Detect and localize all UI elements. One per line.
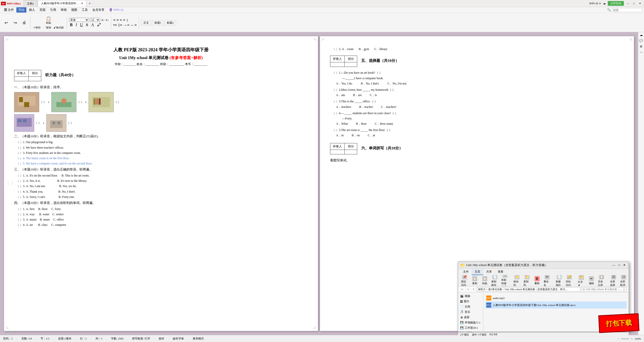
font-family-select[interactable]: 宋体 bbox=[69, 18, 89, 22]
menu-file[interactable]: ☰ 文件 bbox=[2, 7, 16, 13]
address-bar[interactable]: 有听力 > 第1单元试卷 > Unit 1My school 单元测试卷（含答案… bbox=[477, 287, 580, 292]
justify-button[interactable]: ≡ bbox=[123, 18, 125, 22]
separator3 bbox=[111, 16, 111, 29]
fe-copy-path-button[interactable]: 📄 复制路径 bbox=[490, 275, 499, 286]
nav-back-button[interactable]: ← bbox=[460, 287, 465, 292]
menu-member[interactable]: 会员专享 bbox=[90, 7, 106, 13]
fe-tab-file[interactable]: 文件 bbox=[460, 269, 472, 275]
align-center-button[interactable]: ≡ bbox=[116, 18, 119, 22]
fe-copy-button[interactable]: 📋 复制 bbox=[470, 276, 479, 286]
fe-paste-button[interactable]: 📋 粘贴 bbox=[480, 276, 489, 286]
fe-deselect-button[interactable]: ☐ 全部取消 bbox=[619, 275, 628, 286]
sidebar-cloud-icon[interactable]: ☁ bbox=[640, 33, 643, 37]
copy-button[interactable]: 📄复制 bbox=[42, 25, 52, 30]
font-color-button[interactable]: A bbox=[90, 22, 95, 27]
download-badge[interactable]: 打包下载 bbox=[598, 313, 639, 333]
sidebar-images[interactable]: 🖼 图片 bbox=[459, 299, 482, 304]
tab-document1[interactable]: 文档1 bbox=[24, 0, 37, 7]
highlight-button[interactable]: 🖍 bbox=[96, 22, 102, 27]
settings-info: 设置:2厘米 bbox=[58, 337, 71, 340]
redo-button[interactable]: ↪ bbox=[11, 15, 19, 30]
numbered-list-button[interactable]: 1≡ bbox=[118, 23, 122, 27]
menu-view[interactable]: 视图 bbox=[69, 7, 79, 13]
bullet-list-button[interactable]: •≡ bbox=[113, 23, 117, 27]
fe-move-button[interactable]: 📁 移动到 bbox=[512, 275, 521, 286]
fe-new-item-button[interactable]: 📄 新建项目 bbox=[555, 275, 564, 286]
fe-tab-home[interactable]: 主页 bbox=[472, 269, 483, 275]
tab-document2[interactable]: 人教PEP版学年小学英语四年… ✕ bbox=[38, 0, 86, 7]
mp3-icon: MP3 bbox=[486, 295, 491, 301]
style-h1[interactable]: 标题1 bbox=[152, 20, 164, 25]
undo-button[interactable]: ↩ bbox=[2, 15, 10, 30]
menu-reference[interactable]: 引用 bbox=[48, 7, 58, 13]
cloud-save-button[interactable]: ☁ bbox=[603, 2, 606, 5]
fe-edit-button[interactable]: ✏ 编辑 bbox=[587, 276, 596, 286]
menu-start[interactable]: 开始 bbox=[16, 7, 26, 13]
format-brush-button[interactable]: 🖌格式刷 bbox=[53, 25, 65, 30]
sidebar-documents[interactable]: 📄 文档 bbox=[459, 304, 482, 309]
menu-review[interactable]: 审阅 bbox=[59, 7, 69, 13]
close-tab-icon[interactable]: ✕ bbox=[81, 2, 83, 5]
fe-paste-shortcut-button[interactable]: 📎 粘贴快捷方式 bbox=[500, 275, 509, 286]
file-docx[interactable]: DOCX 人教PEP版学年小学英语四年级下册Unit 1My school 单元… bbox=[485, 302, 627, 309]
increase-font-button[interactable]: A↑ bbox=[101, 18, 104, 21]
fe-tab-share[interactable]: 共享 bbox=[483, 269, 495, 275]
sidebar-drive-d[interactable]: 💾 工作室(D:) bbox=[459, 325, 482, 330]
sidebar-desktop[interactable]: 🖥 桌面 bbox=[459, 315, 482, 320]
underline-button[interactable]: U bbox=[79, 22, 84, 27]
fe-maximize-button[interactable]: □ bbox=[617, 263, 621, 267]
strikethrough-button[interactable]: S bbox=[85, 22, 89, 27]
italic-button[interactable]: I bbox=[75, 22, 78, 27]
search-input[interactable] bbox=[612, 8, 642, 12]
fe-easy-access-button[interactable]: 🔑 经松访问 bbox=[565, 275, 574, 286]
sidebar-video[interactable]: 🎬 视频 bbox=[459, 293, 482, 299]
close-button[interactable]: ✕ bbox=[638, 2, 642, 6]
fe-select-all-button[interactable]: ☑ 全部选择 bbox=[609, 275, 618, 286]
fe-open-button[interactable]: 📂 打开 ▼ bbox=[577, 275, 586, 286]
font-size-select[interactable]: 11 bbox=[90, 18, 100, 22]
sidebar-settings-icon[interactable]: ⚙ bbox=[640, 45, 642, 49]
style-normal[interactable]: 正文 bbox=[141, 20, 151, 25]
sidebar-drive-e[interactable]: 💾 小硬盘(E:) bbox=[459, 330, 482, 332]
sidebar-expand-icon[interactable]: ⋯ bbox=[640, 51, 643, 54]
fe-minimize-button[interactable]: — bbox=[611, 263, 616, 267]
wps-ai-button[interactable]: WPS AI ∨ bbox=[589, 2, 601, 5]
align-left-button[interactable]: ≡ bbox=[113, 18, 115, 22]
outdent-button[interactable]: ←≡ bbox=[131, 23, 137, 27]
cut-button[interactable]: ✂剪切 bbox=[32, 25, 42, 30]
new-tab-button[interactable]: + bbox=[87, 1, 93, 6]
menu-page[interactable]: 页面 bbox=[37, 7, 48, 13]
minimize-button[interactable]: — bbox=[626, 2, 630, 6]
fe-delete-button[interactable]: 🗑 删除 bbox=[533, 276, 542, 286]
sidebar-comment-icon[interactable]: 💬 bbox=[639, 39, 643, 43]
decrease-font-button[interactable]: A↓ bbox=[105, 18, 109, 21]
sidebar-music[interactable]: 🎵 音乐 bbox=[459, 309, 482, 315]
style-h2[interactable]: 标题2 bbox=[165, 20, 176, 25]
nav-up-button[interactable]: ↑ bbox=[471, 287, 476, 292]
zoom-slider[interactable]: ──── bbox=[621, 337, 629, 340]
line-spacing-button[interactable]: ↕ bbox=[126, 18, 128, 22]
nav-forward-button[interactable]: → bbox=[466, 287, 470, 292]
register-button[interactable]: 立即登录 bbox=[608, 1, 624, 6]
menu-tools[interactable]: 工具 bbox=[80, 7, 90, 13]
zoom-in-button[interactable]: + bbox=[631, 337, 633, 340]
fe-rename-button[interactable]: ✏ 重命名 bbox=[543, 275, 552, 286]
fe-pin-button[interactable]: 📌 固定访问 bbox=[460, 275, 469, 286]
sidebar-drive-c[interactable]: 💾 本地磁盘(C:) bbox=[459, 320, 482, 325]
align-right-button[interactable]: ≡ bbox=[120, 18, 122, 22]
paste-button[interactable]: 📋 粘贴 bbox=[45, 15, 53, 25]
fe-history-button[interactable]: 📋 历史记录 bbox=[597, 275, 606, 286]
indent-button[interactable]: →≡ bbox=[123, 23, 130, 27]
fe-tab-view[interactable]: 查看 bbox=[495, 269, 506, 275]
maximize-button[interactable]: □ bbox=[632, 2, 636, 6]
zoom-out-button[interactable]: − bbox=[618, 337, 619, 340]
print-button[interactable]: 🖨 bbox=[20, 15, 28, 30]
fe-search-input[interactable] bbox=[582, 288, 626, 291]
fe-copy-to-button[interactable]: 📁 复制到 bbox=[522, 275, 532, 286]
page-drag-handle[interactable]: ⋮⋮ bbox=[6, 180, 14, 187]
file-mp3[interactable]: MP3 audio.mp3 bbox=[485, 294, 627, 302]
fe-close-button[interactable]: ✕ bbox=[622, 263, 627, 267]
bold-button[interactable]: B bbox=[69, 22, 74, 27]
wps-ai-menu[interactable]: 🔮 WPS AI bbox=[107, 8, 125, 12]
menu-insert[interactable]: 插入 bbox=[27, 7, 37, 13]
